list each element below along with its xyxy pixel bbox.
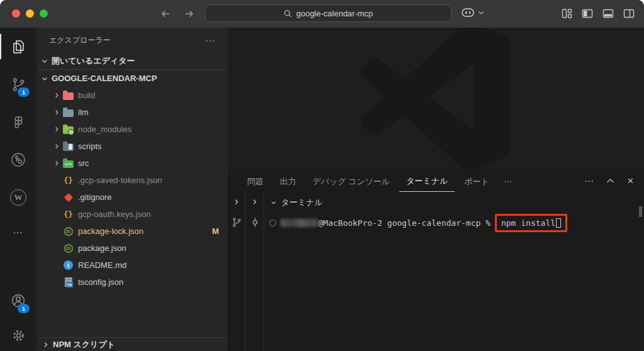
figma-extension-activity-item[interactable] xyxy=(0,103,36,141)
json-file-icon: {} xyxy=(63,175,74,186)
search-value: google-calendar-mcp xyxy=(296,9,373,18)
settings-activity-item[interactable] xyxy=(0,320,36,351)
tree-row-package-json[interactable]: JS package.json xyxy=(36,240,228,257)
zoom-window-button[interactable] xyxy=(40,9,48,18)
ellipsis-icon: ⋯ xyxy=(13,226,24,238)
additional-views-button[interactable]: ⋯ xyxy=(0,216,36,248)
panel-tabbar: 問題 出力 デバッグ コンソール ターミナル ポート ⋯ ⋯ ✕ xyxy=(228,170,644,192)
folder-icon-scripts xyxy=(63,143,74,151)
chevron-down-icon xyxy=(40,56,50,66)
chevron-right-icon xyxy=(41,340,51,350)
git-file-icon xyxy=(63,192,74,203)
toggle-primary-sidebar-icon[interactable] xyxy=(582,8,593,19)
back-arrow-icon[interactable] xyxy=(158,7,172,21)
terminal-command: npm install xyxy=(501,218,555,228)
search-icon xyxy=(284,9,292,18)
chevron-right-icon xyxy=(52,125,62,134)
tab-ports[interactable]: ポート xyxy=(457,170,496,192)
tree-row-src[interactable]: </> src xyxy=(36,155,228,172)
folder-icon-node-modules xyxy=(63,126,74,134)
terminal-section-header[interactable]: ターミナル xyxy=(264,192,644,209)
figma-icon xyxy=(11,115,26,130)
git-graph-circle-icon xyxy=(10,152,26,168)
chevron-down-icon xyxy=(40,74,50,84)
tree-row-llm[interactable]: llm xyxy=(36,104,228,121)
terminal-cursor xyxy=(556,218,561,228)
vscode-window: google-calendar-mcp xyxy=(0,0,644,351)
vscode-logo-watermark xyxy=(361,28,511,170)
folder-icon-llm xyxy=(63,109,74,117)
accounts-activity-item[interactable]: 1 xyxy=(0,282,36,320)
toggle-secondary-sidebar-icon[interactable] xyxy=(623,8,635,19)
tree-row-gcp-oauth-keys[interactable]: {} gcp-oauth.keys.json xyxy=(36,206,228,223)
nodejs-file-icon: JS xyxy=(63,226,74,237)
tree-row-readme[interactable]: i README.md xyxy=(36,257,228,274)
tree-row-node-modules[interactable]: node_modules xyxy=(36,121,228,138)
tab-terminal[interactable]: ターミナル xyxy=(399,170,455,192)
chevron-right-icon xyxy=(52,91,62,100)
source-control-activity-item[interactable]: 1 xyxy=(0,65,36,103)
collapsed-source-control-view[interactable] xyxy=(228,192,246,351)
tree-row-tsconfig[interactable]: TS tsconfig.json xyxy=(36,274,228,291)
chevron-down-icon xyxy=(478,10,484,15)
explorer-activity-item[interactable] xyxy=(0,28,36,65)
tab-problems[interactable]: 問題 xyxy=(240,170,270,192)
terminal-scrollbar[interactable] xyxy=(639,206,642,217)
prompt-text: @MacBookPro-2 google-calendar-mcp % xyxy=(318,218,491,228)
tsconfig-file-icon: TS xyxy=(63,277,74,287)
git-graph-extension-activity-item[interactable] xyxy=(0,141,36,179)
redacted-username xyxy=(280,219,318,227)
tree-row-gcp-saved-tokens[interactable]: {} .gcp-saved-tokens.json xyxy=(36,172,228,189)
toggle-panel-icon[interactable] xyxy=(602,8,614,19)
readme-info-icon: i xyxy=(63,260,74,270)
collapsed-commits-view[interactable] xyxy=(246,192,264,351)
chevron-right-icon xyxy=(52,142,62,151)
file-tree: build llm node_modules scripts </> src xyxy=(36,87,228,291)
tree-row-gitignore[interactable]: .gitignore xyxy=(36,189,228,206)
chevron-right-icon xyxy=(232,198,241,206)
chevron-right-icon xyxy=(250,198,259,206)
wordpress-icon: W xyxy=(10,189,26,206)
modified-badge: M xyxy=(212,226,219,236)
npm-scripts-section[interactable]: NPM スクリプト xyxy=(36,337,228,351)
terminal-prompt-line: @MacBookPro-2 google-calendar-mcp % npm … xyxy=(269,214,644,232)
workspace-section[interactable]: GOOGLE-CALENDAR-MCP xyxy=(36,70,228,87)
tab-output[interactable]: 出力 xyxy=(273,170,303,192)
files-icon xyxy=(10,38,26,55)
close-window-button[interactable] xyxy=(12,9,20,18)
terminal-view[interactable]: ターミナル @MacBookPro-2 google-calendar-mcp … xyxy=(264,192,644,351)
wordpress-extension-activity-item[interactable]: W xyxy=(0,179,36,216)
accounts-badge: 1 xyxy=(18,304,30,313)
open-editors-section[interactable]: 開いているエディター xyxy=(36,53,228,70)
titlebar: google-calendar-mcp xyxy=(0,0,644,28)
minimize-window-button[interactable] xyxy=(26,9,34,18)
explorer-more-actions-icon[interactable]: ⋯ xyxy=(205,35,216,47)
activity-bar: 1 W ⋯ xyxy=(0,28,36,351)
folder-icon-src: </> xyxy=(63,160,74,168)
sidebar-title: エクスプローラー xyxy=(49,35,111,46)
chevron-down-icon xyxy=(269,198,278,207)
copilot-icon xyxy=(461,7,475,18)
close-panel-icon[interactable]: ✕ xyxy=(627,176,634,186)
tab-debug-console[interactable]: デバッグ コンソール xyxy=(306,170,397,192)
maximize-panel-icon[interactable] xyxy=(606,178,614,184)
explorer-sidebar: エクスプローラー ⋯ 開いているエディター GOOGLE-CALENDAR-MC… xyxy=(36,28,228,351)
forward-arrow-icon[interactable] xyxy=(182,7,196,21)
tab-overflow-icon[interactable]: ⋯ xyxy=(499,176,518,186)
history-nav xyxy=(158,7,196,21)
annotation-box: npm install xyxy=(495,214,567,232)
command-decoration-icon xyxy=(269,220,276,226)
panel-more-actions-icon[interactable]: ⋯ xyxy=(584,176,594,187)
editor-area[interactable] xyxy=(228,28,644,170)
copilot-menu[interactable] xyxy=(461,7,484,18)
tree-row-package-lock[interactable]: JS package-lock.json M xyxy=(36,223,228,240)
tree-row-build[interactable]: build xyxy=(36,87,228,104)
customize-layout-icon[interactable] xyxy=(562,8,572,19)
gear-icon xyxy=(11,328,26,343)
bottom-panel: 問題 出力 デバッグ コンソール ターミナル ポート ⋯ ⋯ ✕ xyxy=(228,170,644,351)
command-center-search[interactable]: google-calendar-mcp xyxy=(205,4,452,22)
source-control-icon xyxy=(231,217,242,228)
nodejs-file-icon: JS xyxy=(63,243,74,254)
tree-row-scripts[interactable]: scripts xyxy=(36,138,228,155)
chevron-right-icon xyxy=(52,108,62,117)
